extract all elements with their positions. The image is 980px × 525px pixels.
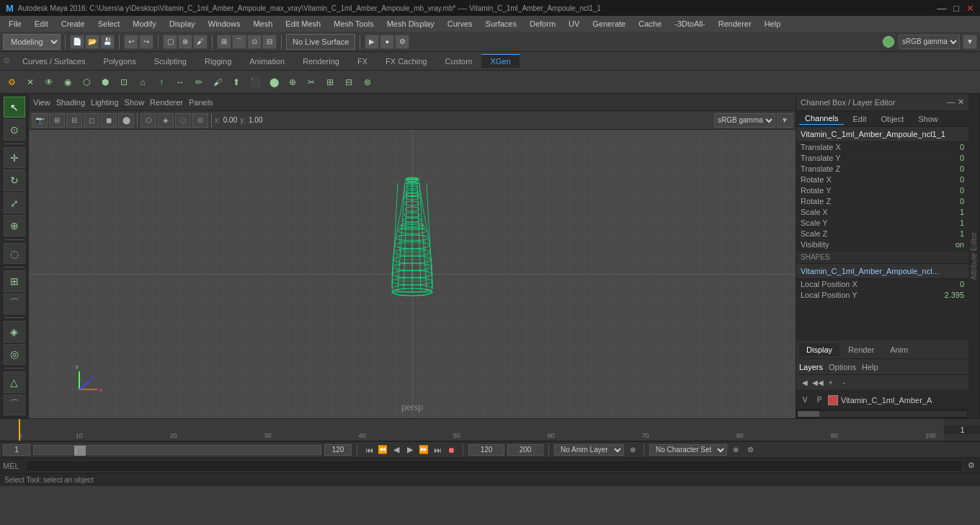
open-button[interactable]: 📂 bbox=[85, 35, 99, 49]
channel-visibility[interactable]: Visibility on bbox=[796, 239, 968, 250]
lasso-select-button[interactable]: ⊕ bbox=[178, 35, 192, 49]
connect-button[interactable]: ⊕ bbox=[284, 74, 301, 91]
vp-sync-button[interactable]: ⊞ bbox=[49, 113, 65, 128]
tab-animation[interactable]: Animation bbox=[241, 54, 293, 68]
play-back-button[interactable]: ◀ bbox=[390, 444, 403, 456]
soft-select-button[interactable]: ⌂ bbox=[134, 74, 151, 91]
channel-rotate-y[interactable]: Rotate Y 0 bbox=[796, 185, 968, 196]
undo-button[interactable]: ↩ bbox=[124, 35, 138, 49]
step-back-button[interactable]: ⏪ bbox=[376, 444, 389, 456]
anim-layer-select[interactable]: No Anim Layer bbox=[554, 444, 624, 456]
go-to-start-button[interactable]: ⏮ bbox=[362, 444, 375, 456]
maximize-button[interactable]: □ bbox=[953, 3, 959, 14]
bevel-button[interactable]: ⬛ bbox=[246, 74, 264, 91]
render-button[interactable]: ▶ bbox=[365, 35, 379, 49]
select-mode-button[interactable]: ▢ bbox=[163, 35, 177, 49]
wireframe-button[interactable]: ◉ bbox=[59, 74, 76, 91]
channel-box-close-icon[interactable]: ✕ bbox=[958, 97, 964, 107]
vp-wireframe-button[interactable]: ◻ bbox=[84, 113, 99, 128]
help-tab[interactable]: Help bbox=[862, 363, 878, 371]
attribute-editor-strip[interactable]: Attribute Editor bbox=[968, 94, 980, 418]
channel-rotate-z[interactable]: Rotate Z 0 bbox=[796, 196, 968, 207]
merge-button[interactable]: ⊟ bbox=[340, 74, 357, 91]
channel-rotate-x[interactable]: Rotate X 0 bbox=[796, 175, 968, 185]
menu-curves[interactable]: Curves bbox=[442, 18, 478, 30]
layer-prev-button[interactable]: ◀ bbox=[799, 377, 811, 389]
vp-shadow-button[interactable]: ◌ bbox=[175, 113, 191, 128]
menu-deform[interactable]: Deform bbox=[524, 18, 561, 30]
options-tab[interactable]: Options bbox=[829, 363, 856, 371]
edit-tab[interactable]: Edit bbox=[847, 113, 872, 125]
layer-remove-button[interactable]: - bbox=[838, 377, 850, 389]
timeline-ruler[interactable]: 1 10 20 30 40 50 60 70 80 90 100 bbox=[0, 419, 944, 441]
vp-smooth-button[interactable]: ⬤ bbox=[118, 113, 134, 128]
ipr-button[interactable]: ● bbox=[380, 35, 394, 49]
anim-tab[interactable]: Anim bbox=[883, 343, 915, 356]
vp-smooth-wire-button[interactable]: ◼ bbox=[101, 113, 117, 128]
mode-dropdown[interactable]: Modeling bbox=[3, 34, 61, 50]
horizontal-scrollbar[interactable] bbox=[796, 410, 968, 418]
menu-select[interactable]: Select bbox=[92, 18, 126, 30]
rotate-tool[interactable]: ↻ bbox=[4, 169, 25, 190]
display-tab[interactable]: Display bbox=[799, 343, 839, 356]
snap-grid-button[interactable]: ⊞ bbox=[217, 35, 231, 49]
layer-visibility-toggle[interactable]: V bbox=[799, 396, 811, 404]
step-forward-button[interactable]: ⏩ bbox=[417, 444, 430, 456]
tab-sculpting[interactable]: Sculpting bbox=[146, 54, 195, 68]
render-settings-button[interactable]: ⚙ bbox=[395, 35, 409, 49]
channel-scale-x[interactable]: Scale X 1 bbox=[796, 207, 968, 218]
vp-menu-shading[interactable]: Shading bbox=[56, 98, 85, 107]
channels-tab[interactable]: Channels bbox=[799, 112, 844, 125]
layer-next-button[interactable]: ◀◀ bbox=[812, 377, 824, 389]
channel-translate-x[interactable]: Translate X 0 bbox=[796, 142, 968, 153]
tab-fx[interactable]: FX bbox=[349, 54, 376, 68]
tab-custom[interactable]: Custom bbox=[437, 54, 481, 68]
eye-tool-button[interactable]: 👁 bbox=[40, 74, 58, 91]
go-to-end-button[interactable]: ⏭ bbox=[431, 444, 444, 456]
menu-create[interactable]: Create bbox=[55, 18, 91, 30]
select-tool[interactable]: ↖ bbox=[4, 97, 25, 118]
vp-gamma-select[interactable]: sRGB gamma bbox=[714, 113, 775, 128]
relax-button[interactable]: ↔ bbox=[172, 74, 189, 91]
vp-menu-renderer[interactable]: Renderer bbox=[150, 98, 183, 107]
lattice-button[interactable]: ⊡ bbox=[115, 74, 133, 91]
channel-translate-z[interactable]: Translate Z 0 bbox=[796, 164, 968, 175]
template-button[interactable]: ⬡ bbox=[78, 74, 95, 91]
play-forward-button[interactable]: ▶ bbox=[404, 444, 416, 456]
tab-rigging[interactable]: Rigging bbox=[196, 54, 240, 68]
menu-mesh[interactable]: Mesh bbox=[247, 18, 278, 30]
anim-layer-add-icon[interactable]: ⊕ bbox=[627, 444, 638, 456]
layer-add-button[interactable]: + bbox=[825, 377, 837, 389]
cut-button[interactable]: ✂ bbox=[303, 74, 320, 91]
move-tool[interactable]: ✛ bbox=[4, 147, 25, 168]
object-tab[interactable]: Object bbox=[875, 113, 909, 125]
menu-uv[interactable]: UV bbox=[563, 18, 585, 30]
range-end-input[interactable] bbox=[324, 444, 352, 456]
minimize-button[interactable]: — bbox=[937, 3, 946, 14]
isolate-tool[interactable]: ◎ bbox=[4, 344, 25, 365]
shapes-object-name[interactable]: Vitamin_C_1ml_Amber_Ampoule_ncl... bbox=[796, 264, 968, 279]
tab-xgen[interactable]: XGen bbox=[481, 54, 519, 68]
mel-script-icon[interactable]: ⚙ bbox=[966, 460, 977, 472]
vp-camera-button[interactable]: 📷 bbox=[32, 113, 48, 128]
snap-view-button[interactable]: ⊟ bbox=[262, 35, 277, 49]
menu-display[interactable]: Display bbox=[164, 18, 201, 30]
soft-mod-tool[interactable]: ◌ bbox=[4, 243, 25, 264]
tab-rendering[interactable]: Rendering bbox=[294, 54, 348, 68]
show-hide-tool[interactable]: ◈ bbox=[4, 321, 25, 342]
vp-display-button[interactable]: ⬡ bbox=[141, 113, 156, 128]
scale-tool[interactable]: ⤢ bbox=[4, 193, 25, 213]
paint-button[interactable]: 🖌 bbox=[209, 74, 226, 91]
new-scene-button[interactable]: 📄 bbox=[70, 35, 84, 49]
menu-generate[interactable]: Generate bbox=[587, 18, 631, 30]
menu-surfaces[interactable]: Surfaces bbox=[480, 18, 522, 30]
layers-tab[interactable]: Layers bbox=[799, 363, 823, 371]
menu-windows[interactable]: Windows bbox=[202, 18, 246, 30]
extrude-button[interactable]: ⬆ bbox=[228, 74, 245, 91]
snap-curve-tool[interactable]: ⌒ bbox=[4, 294, 25, 314]
vp-menu-view[interactable]: View bbox=[33, 98, 50, 107]
scroll-thumb[interactable] bbox=[798, 411, 819, 417]
create-poly-tool[interactable]: △ bbox=[4, 371, 25, 392]
vp-menu-panels[interactable]: Panels bbox=[189, 98, 213, 107]
smooth-button[interactable]: ⬢ bbox=[97, 74, 114, 91]
